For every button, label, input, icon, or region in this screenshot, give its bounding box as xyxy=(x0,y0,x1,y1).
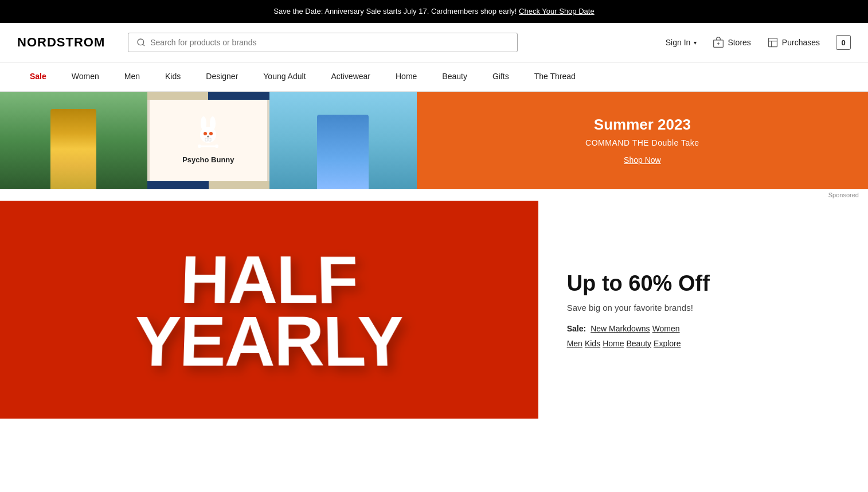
shop-date-link[interactable]: Check Your Shop Date xyxy=(519,7,595,15)
half-yearly-section: HALF YEARLY Up to 60% Off Save big on yo… xyxy=(0,201,868,419)
shop-now-link[interactable]: Shop Now xyxy=(624,155,661,165)
search-input[interactable] xyxy=(150,38,509,47)
sale-link-women[interactable]: Women xyxy=(652,324,680,333)
ad-photo-left xyxy=(0,92,147,189)
sale-link-new-markdowns[interactable]: New Markdowns xyxy=(591,324,650,333)
main-nav: Sale Women Men Kids Designer Young Adult… xyxy=(0,63,868,92)
half-yearly-side: Up to 60% Off Save big on your favorite … xyxy=(538,201,868,419)
sign-in-button[interactable]: Sign In ▾ xyxy=(666,38,697,47)
ad-banner: Psycho Bunny Summer 2023 COMMAND THE Dou… xyxy=(0,92,868,189)
ad-banner-left: Psycho Bunny xyxy=(0,92,417,189)
nav-young-adult[interactable]: Young Adult xyxy=(251,63,318,91)
nav-sale[interactable]: Sale xyxy=(17,63,59,91)
ad-summer-subtitle: COMMAND THE Double Take xyxy=(585,138,699,147)
nav-activewear[interactable]: Activewear xyxy=(319,63,383,91)
sale-title: Up to 60% Off xyxy=(567,271,839,296)
ad-summer-title: Summer 2023 xyxy=(594,116,691,134)
yearly-text: YEARLY xyxy=(133,310,405,373)
sale-link-beauty[interactable]: Beauty xyxy=(627,339,652,348)
stores-label: Stores xyxy=(728,38,750,47)
svg-line-1 xyxy=(143,44,144,46)
ad-banner-right: Summer 2023 COMMAND THE Double Take Shop… xyxy=(417,92,868,189)
search-bar xyxy=(128,33,518,52)
top-banner: Save the Date: Anniversary Sale starts J… xyxy=(0,0,868,23)
sale-links-row: Sale: New Markdowns Women xyxy=(567,324,839,333)
sign-in-label: Sign In xyxy=(666,38,691,47)
logo[interactable]: NORDSTROM xyxy=(17,35,105,50)
ad-photo-right xyxy=(269,92,417,189)
cart-count: 0 xyxy=(841,38,845,47)
nav-the-thread[interactable]: The Thread xyxy=(522,63,588,91)
sale-links-row2: Men Kids Home Beauty Explore xyxy=(567,339,839,348)
nav-gifts[interactable]: Gifts xyxy=(480,63,522,91)
person-yellow xyxy=(50,109,96,189)
nav-home[interactable]: Home xyxy=(383,63,429,91)
stores-icon xyxy=(713,37,724,48)
svg-point-0 xyxy=(138,39,144,45)
header-actions: Sign In ▾ Stores Purchases 0 xyxy=(666,35,851,50)
svg-rect-5 xyxy=(768,38,777,47)
sale-link-explore[interactable]: Explore xyxy=(654,339,681,348)
banner-subtext: Cardmembers shop early! xyxy=(431,7,517,15)
persons-blue xyxy=(317,115,369,189)
nav-women[interactable]: Women xyxy=(59,63,112,91)
nav-men[interactable]: Men xyxy=(112,63,153,91)
purchases-button[interactable]: Purchases xyxy=(767,37,820,48)
stores-button[interactable]: Stores xyxy=(713,37,750,48)
sale-subtitle: Save big on your favorite brands! xyxy=(567,303,839,313)
sale-label: Sale: xyxy=(567,324,586,333)
nav-designer[interactable]: Designer xyxy=(193,63,251,91)
banner-text: Save the Date: Anniversary Sale starts J… xyxy=(273,7,429,15)
chevron-down-icon: ▾ xyxy=(694,40,697,46)
sponsored-label: Sponsored xyxy=(0,189,868,201)
nav-kids[interactable]: Kids xyxy=(153,63,193,91)
purchases-label: Purchases xyxy=(782,38,820,47)
half-yearly-image: HALF YEARLY xyxy=(0,201,538,419)
search-icon xyxy=(136,38,146,47)
purchases-icon xyxy=(767,37,779,48)
header: NORDSTROM Sign In ▾ Stores Purchases xyxy=(0,23,868,63)
sale-link-men[interactable]: Men xyxy=(567,339,582,348)
cart-button[interactable]: 0 xyxy=(836,35,851,50)
sale-link-home[interactable]: Home xyxy=(603,339,624,348)
ad-inner: Psycho Bunny xyxy=(0,92,417,189)
half-yearly-text: HALF YEARLY xyxy=(133,249,405,372)
half-text: HALF xyxy=(136,249,402,309)
sale-link-kids[interactable]: Kids xyxy=(585,339,600,348)
nav-beauty[interactable]: Beauty xyxy=(429,63,480,91)
